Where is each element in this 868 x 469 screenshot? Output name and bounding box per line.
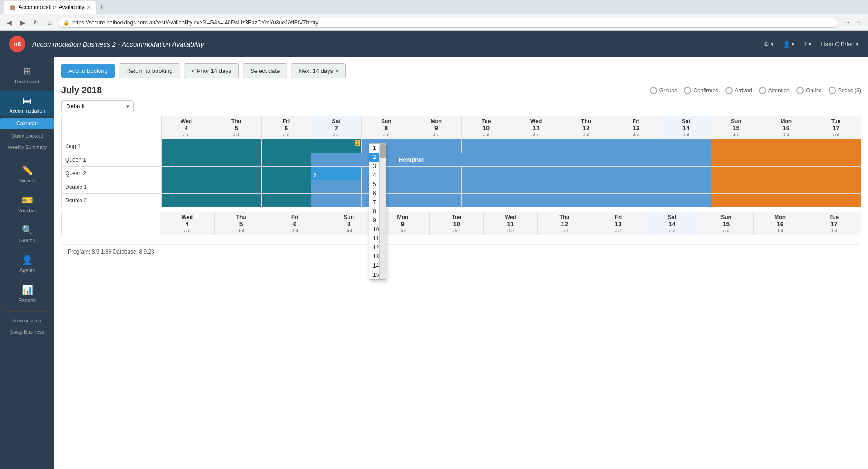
cell-double1-12[interactable] <box>761 180 811 194</box>
prior-14-days-button[interactable]: < Prior 14 days <box>184 63 239 78</box>
sidebar-item-calendar[interactable]: Calendar <box>0 118 54 129</box>
sidebar-item-new-session[interactable]: New session <box>0 316 54 325</box>
tab-close-icon[interactable]: ✕ <box>87 5 91 10</box>
forward-button[interactable]: ▶ <box>17 17 28 28</box>
sidebar-item-wizard[interactable]: ✏️ Wizard <box>0 160 54 188</box>
cell-king1-10[interactable] <box>661 139 711 153</box>
cell-queen2-5[interactable] <box>411 167 461 180</box>
cell-double1-8[interactable] <box>561 180 611 194</box>
cell-double1-1[interactable] <box>211 180 261 194</box>
select-date-button[interactable]: Select date <box>243 63 287 78</box>
cell-double2-0[interactable] <box>161 194 211 207</box>
settings-button[interactable]: ⚙ ▾ <box>764 41 774 48</box>
cell-queen2-1[interactable] <box>211 167 261 180</box>
cell-double2-12[interactable] <box>761 194 811 207</box>
sidebar-item-quick-lockout[interactable]: Quick Lockout <box>0 131 54 140</box>
browser-tab[interactable]: 🏨 Accommodation Availability ✕ <box>4 1 96 14</box>
next-14-days-button[interactable]: Next 14 days > <box>291 63 346 78</box>
cell-double2-3[interactable] <box>311 194 361 207</box>
home-button[interactable]: ⌂ <box>44 17 55 28</box>
sidebar-item-agents[interactable]: 👤 Agents <box>0 250 54 278</box>
cell-double2-11[interactable] <box>711 194 761 207</box>
sidebar-item-dashboard[interactable]: ⊞ Dashboard <box>0 61 54 89</box>
scrollbar-thumb[interactable] <box>380 144 386 158</box>
view-select[interactable]: Default <box>61 100 134 112</box>
online-dot <box>796 87 804 94</box>
cell-king1-3[interactable]: 2 <box>311 139 361 153</box>
address-bar[interactable]: 🔒 https://secure.netbookings.com.au/test… <box>58 18 838 28</box>
cell-double1-5[interactable] <box>411 180 461 194</box>
cell-queen1-7[interactable] <box>511 153 561 167</box>
cell-queen2-12[interactable] <box>761 167 811 180</box>
cell-king1-2[interactable] <box>261 139 311 153</box>
new-tab-button[interactable]: + <box>100 3 104 11</box>
cell-queen2-2[interactable] <box>261 167 311 180</box>
cell-queen2-0[interactable] <box>161 167 211 180</box>
view-select-wrapper[interactable]: Default <box>61 100 134 112</box>
sidebar-item-voucher[interactable]: 🎫 Voucher <box>0 190 54 218</box>
cell-queen2-9[interactable] <box>611 167 661 180</box>
cell-double2-1[interactable] <box>211 194 261 207</box>
user-name-button[interactable]: Liam O'Brien ▾ <box>820 41 859 48</box>
cell-double1-13[interactable] <box>811 180 861 194</box>
bookmark-button[interactable]: ☆ <box>854 17 864 28</box>
extensions-button[interactable]: ⋯ <box>841 17 852 28</box>
cell-queen1-12[interactable] <box>761 153 811 167</box>
cell-queen1-9[interactable] <box>611 153 661 167</box>
cell-king1-9[interactable] <box>611 139 661 153</box>
cell-king1-7[interactable] <box>511 139 561 153</box>
cell-double1-2[interactable] <box>261 180 311 194</box>
sidebar-item-accommodation[interactable]: 🛏 Accommodation <box>0 91 54 116</box>
cell-king1-5[interactable] <box>411 139 461 153</box>
cell-king1-13[interactable] <box>811 139 861 153</box>
cell-double1-11[interactable] <box>711 180 761 194</box>
voucher-label: Voucher <box>18 208 36 213</box>
cell-queen1-0[interactable] <box>161 153 211 167</box>
cell-queen1-13[interactable] <box>811 153 861 167</box>
cell-queen1-8[interactable] <box>561 153 611 167</box>
cell-queen2-3[interactable]: 2 <box>311 167 361 180</box>
cell-double1-6[interactable] <box>461 180 511 194</box>
cell-queen1-10[interactable] <box>661 153 711 167</box>
cell-double2-8[interactable] <box>561 194 611 207</box>
sidebar-item-weekly-summary[interactable]: Weekly Summary <box>0 143 54 152</box>
help-button[interactable]: ? ▾ <box>804 41 811 48</box>
back-button[interactable]: ◀ <box>4 17 14 28</box>
cell-queen2-11[interactable] <box>711 167 761 180</box>
cell-queen1-2[interactable] <box>261 153 311 167</box>
cell-double2-9[interactable] <box>611 194 661 207</box>
cell-king1-12[interactable] <box>761 139 811 153</box>
cell-queen2-6[interactable] <box>461 167 511 180</box>
day-dropdown[interactable]: 1 2 3 4 5 6 7 8 9 10 11 12 13 14 <box>369 143 386 280</box>
reload-button[interactable]: ↻ <box>31 17 42 28</box>
cell-queen2-10[interactable] <box>661 167 711 180</box>
cell-double1-10[interactable] <box>661 180 711 194</box>
cell-double2-10[interactable] <box>661 194 711 207</box>
cell-double2-7[interactable] <box>511 194 561 207</box>
cell-queen1-11[interactable] <box>711 153 761 167</box>
cell-queen1-1[interactable] <box>211 153 261 167</box>
cell-queen2-13[interactable] <box>811 167 861 180</box>
cell-double1-0[interactable] <box>161 180 211 194</box>
cell-double2-6[interactable] <box>461 194 511 207</box>
cell-king1-1[interactable] <box>211 139 261 153</box>
cell-king1-0[interactable] <box>161 139 211 153</box>
cell-double2-5[interactable] <box>411 194 461 207</box>
sidebar-item-swap-business[interactable]: Swap Business <box>0 327 54 336</box>
cell-king1-8[interactable] <box>561 139 611 153</box>
cell-double1-9[interactable] <box>611 180 661 194</box>
cell-queen1-booking[interactable]: Hemphill <box>311 153 511 167</box>
sidebar-item-reports[interactable]: 📊 Reports <box>0 280 54 307</box>
cell-double2-13[interactable] <box>811 194 861 207</box>
cell-double1-3[interactable] <box>311 180 361 194</box>
cell-king1-6[interactable] <box>461 139 511 153</box>
cell-queen2-8[interactable] <box>561 167 611 180</box>
cell-double1-7[interactable] <box>511 180 561 194</box>
cell-king1-11[interactable] <box>711 139 761 153</box>
return-to-booking-button[interactable]: Return to booking <box>119 63 181 78</box>
cell-queen2-7[interactable] <box>511 167 561 180</box>
sidebar-item-search[interactable]: 🔍 Search <box>0 220 54 248</box>
add-to-booking-button[interactable]: Add to booking <box>61 64 115 78</box>
user-button[interactable]: 👤 ▾ <box>783 41 795 48</box>
cell-double2-2[interactable] <box>261 194 311 207</box>
